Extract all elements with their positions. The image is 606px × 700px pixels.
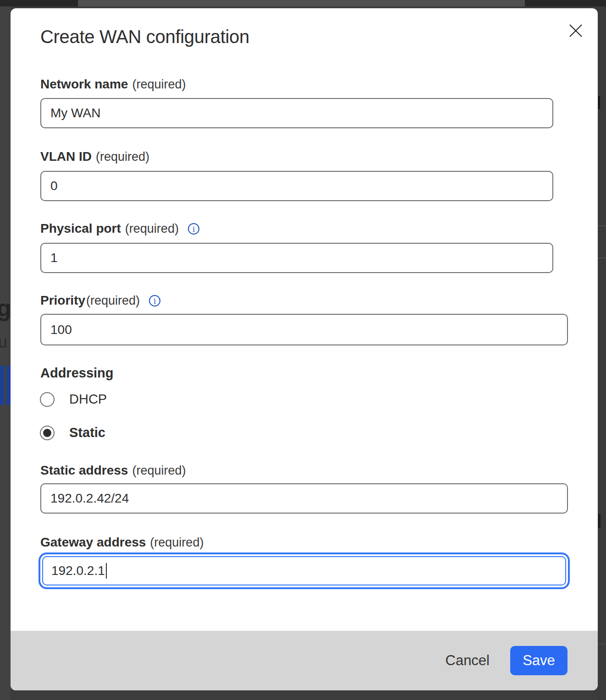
priority-label-row: Priority (required) i — [40, 293, 161, 308]
vlan-id-input[interactable] — [40, 171, 553, 201]
dialog-title: Create WAN configuration — [40, 27, 249, 47]
priority-label: Priority — [40, 293, 85, 308]
required-hint: (required) — [150, 536, 204, 550]
static-address-input[interactable] — [40, 483, 568, 514]
physical-port-label-row: Physical port (required) i — [40, 221, 200, 236]
required-hint: (required) — [96, 150, 149, 164]
svg-text:i: i — [154, 297, 156, 306]
create-wan-dialog: Create WAN configuration Network name (r… — [11, 8, 598, 690]
required-hint: (required) — [125, 222, 179, 236]
addressing-label: Addressing — [40, 366, 114, 381]
overlay-left-strip — [0, 6, 11, 700]
radio-unselected-icon[interactable] — [40, 392, 55, 407]
background-blue-button-fragment — [0, 366, 4, 405]
vlan-id-label-row: VLAN ID (required) — [40, 149, 149, 164]
priority-input[interactable] — [40, 314, 568, 345]
required-hint: (required) — [132, 77, 186, 92]
physical-port-label: Physical port — [40, 221, 121, 236]
static-address-label-row: Static address (required) — [40, 463, 186, 478]
required-hint: (required) — [132, 464, 186, 478]
background-text-fragment — [598, 514, 600, 528]
radio-dhcp[interactable]: DHCP — [40, 392, 107, 407]
network-name-label-row: Network name (required) — [40, 77, 186, 92]
background-text-fragment: g — [0, 294, 11, 322]
gateway-address-label-row: Gateway address (required) — [40, 535, 204, 550]
gateway-address-input[interactable]: 192.0.2.1 — [42, 556, 566, 585]
background-table-line — [597, 257, 606, 258]
dialog-footer: Cancel Save — [11, 631, 598, 690]
close-icon — [568, 23, 583, 39]
network-name-label: Network name — [40, 77, 128, 92]
background-table-line — [597, 225, 606, 226]
info-icon[interactable]: i — [187, 223, 200, 235]
radio-static-label[interactable]: Static — [69, 425, 105, 440]
gateway-address-label: Gateway address — [40, 535, 146, 550]
physical-port-input[interactable] — [40, 243, 553, 273]
cancel-button[interactable]: Cancel — [446, 652, 490, 669]
close-button[interactable] — [563, 18, 589, 44]
vlan-id-label: VLAN ID — [40, 149, 92, 164]
radio-static[interactable]: Static — [40, 425, 105, 440]
text-cursor — [106, 563, 107, 579]
overlay-top-band — [78, 0, 525, 6]
info-icon[interactable]: i — [149, 295, 161, 307]
radio-selected-icon[interactable] — [40, 426, 55, 440]
radio-dhcp-label[interactable]: DHCP — [69, 392, 107, 407]
svg-text:i: i — [193, 225, 195, 234]
network-name-input[interactable] — [40, 98, 553, 128]
background-text-fragment — [598, 96, 600, 109]
save-button[interactable]: Save — [510, 646, 567, 675]
static-address-label: Static address — [40, 463, 128, 478]
radio-dot — [43, 429, 51, 437]
overlay-right-strip — [597, 6, 606, 700]
background-text-fragment: u — [0, 333, 7, 352]
required-hint: (required) — [86, 294, 140, 308]
background-table-line — [597, 644, 606, 645]
background-blue-button-fragment — [6, 366, 11, 405]
gateway-address-value: 192.0.2.1 — [51, 563, 105, 578]
